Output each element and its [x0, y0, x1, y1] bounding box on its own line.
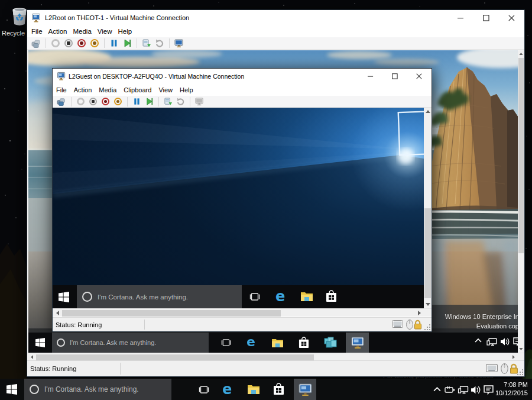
scrollbar-thumb[interactable]	[518, 58, 524, 253]
l2guest-screen[interactable]: I'm Cortana. Ask me anything. e	[53, 108, 424, 308]
pause-icon[interactable]	[132, 97, 141, 106]
turn-off-icon[interactable]	[64, 38, 73, 48]
inner-horizontal-scrollbar[interactable]	[53, 308, 432, 317]
tray-power-icon[interactable]	[445, 386, 455, 393]
scroll-up-arrow[interactable]	[518, 50, 524, 57]
toolbar-separator	[137, 38, 137, 48]
resize-grip[interactable]	[516, 368, 524, 376]
edge-icon[interactable]: e	[222, 382, 235, 396]
start-button[interactable]	[35, 338, 45, 347]
inner-minimize-button[interactable]	[358, 69, 382, 84]
inner-menu-help[interactable]: Help	[180, 86, 193, 93]
vm-connect-taskbar-button[interactable]	[294, 379, 316, 400]
tray-action-center-icon[interactable]	[484, 385, 494, 395]
inner-close-button[interactable]	[407, 69, 432, 84]
task-view-icon[interactable]	[199, 385, 209, 395]
toolbar-separator	[127, 97, 128, 107]
tray-action-center-icon[interactable]	[513, 337, 518, 346]
resize-grip[interactable]	[423, 323, 431, 331]
outer-menu-file[interactable]: File	[31, 28, 43, 35]
start-button[interactable]	[7, 384, 17, 395]
outer-horizontal-scrollbar[interactable]	[27, 353, 524, 360]
outer-menu-action[interactable]: Action	[48, 28, 67, 35]
save-icon[interactable]	[113, 97, 122, 106]
cortana-search-box[interactable]: I'm Cortana. Ask me anything.	[77, 285, 242, 308]
save-icon[interactable]	[90, 38, 99, 48]
enhanced-session-icon[interactable]	[195, 97, 204, 106]
hyper-v-manager-icon[interactable]	[324, 337, 337, 349]
store-icon[interactable]	[299, 337, 309, 349]
cortana-search-box[interactable]: I'm Cortana. Ask me anything.	[52, 333, 209, 353]
taskbar-clock[interactable]: 7:08 PM 10/12/2015	[495, 380, 528, 397]
revert-icon[interactable]	[155, 38, 164, 48]
enhanced-session-icon[interactable]	[174, 38, 184, 48]
inner-menu-action[interactable]: Action	[74, 86, 92, 93]
file-explorer-icon[interactable]	[272, 338, 283, 347]
scrollbar-thumb[interactable]	[36, 354, 314, 360]
shut-down-icon[interactable]	[101, 97, 110, 106]
outer-menu-view[interactable]: View	[98, 28, 112, 35]
tray-network-icon[interactable]	[486, 337, 497, 347]
file-explorer-icon[interactable]	[248, 384, 259, 394]
toolbar-separator	[46, 38, 46, 48]
file-explorer-icon[interactable]	[301, 291, 313, 301]
statusbar-divider	[120, 363, 121, 375]
scroll-left-arrow[interactable]	[54, 309, 61, 317]
ctrl-alt-del-icon[interactable]	[57, 97, 66, 107]
checkpoint-icon[interactable]	[142, 38, 151, 48]
tray-chevron-up-icon[interactable]	[433, 386, 441, 393]
scroll-down-arrow[interactable]	[518, 346, 524, 353]
revert-icon[interactable]	[176, 97, 185, 106]
l2root-guest-screen[interactable]: Windows 10 Enterprise In Evaluation cop	[28, 50, 518, 353]
start-icon[interactable]	[76, 97, 85, 106]
outer-vm-toolbar	[27, 37, 524, 50]
tray-volume-icon[interactable]	[500, 337, 510, 346]
scrollbar-thumb[interactable]	[62, 310, 281, 317]
tray-chevron-up-icon[interactable]	[475, 337, 482, 344]
scroll-up-arrow[interactable]	[424, 108, 432, 115]
edge-icon[interactable]: e	[275, 289, 288, 304]
scroll-left-arrow[interactable]	[28, 353, 35, 360]
tray-network-icon[interactable]	[458, 385, 469, 395]
pause-icon[interactable]	[109, 38, 119, 48]
store-icon[interactable]	[326, 290, 337, 303]
inner-vm-status: Status: Running	[56, 321, 102, 328]
resume-icon[interactable]	[145, 97, 154, 106]
tray-volume-icon[interactable]	[471, 385, 481, 395]
inner-vertical-scrollbar[interactable]	[424, 108, 432, 308]
start-icon[interactable]	[51, 38, 60, 48]
scroll-right-arrow[interactable]	[510, 353, 517, 360]
scrollbar-thumb[interactable]	[424, 208, 431, 298]
cortana-search-box[interactable]: I'm Cortana. Ask me anything.	[24, 379, 171, 400]
outer-menu-help[interactable]: Help	[118, 28, 132, 35]
scroll-down-arrow[interactable]	[424, 301, 432, 308]
outer-minimize-button[interactable]	[447, 10, 473, 25]
inner-menu-file[interactable]: File	[56, 86, 67, 93]
inner-menu-media[interactable]: Media	[99, 86, 116, 93]
turn-off-icon[interactable]	[89, 97, 98, 106]
start-button[interactable]	[59, 292, 69, 302]
vm-connect-taskbar-button[interactable]	[346, 333, 369, 353]
icon-shape	[51, 39, 60, 47]
outer-close-button[interactable]	[499, 10, 524, 25]
inner-vm-titlebar[interactable]: L2Guest on DESKTOP-A2FUQ4O - Virtual Mac…	[53, 69, 432, 84]
shut-down-icon[interactable]	[77, 38, 86, 48]
inner-menu-view[interactable]: View	[158, 86, 173, 93]
outer-maximize-button[interactable]	[473, 10, 499, 25]
inner-menu-clipboard[interactable]: Clipboard	[124, 86, 151, 93]
l2guest-taskbar: I'm Cortana. Ask me anything. e	[53, 285, 424, 308]
ctrl-alt-del-icon[interactable]	[31, 38, 41, 48]
outer-vertical-scrollbar[interactable]	[518, 50, 524, 353]
inner-maximize-button[interactable]	[382, 69, 407, 84]
edge-icon[interactable]: e	[246, 336, 259, 349]
lock-icon	[414, 320, 423, 330]
task-view-icon[interactable]	[221, 338, 231, 347]
scroll-right-arrow[interactable]	[416, 309, 423, 317]
checkpoint-icon[interactable]	[164, 97, 173, 106]
icon-shape	[93, 41, 96, 45]
resume-icon[interactable]	[122, 38, 132, 48]
outer-menu-media[interactable]: Media	[73, 28, 92, 35]
task-view-icon[interactable]	[249, 292, 260, 302]
outer-vm-titlebar[interactable]: L2Root on THEOT-1 - Virtual Machine Conn…	[27, 10, 524, 25]
store-icon[interactable]	[273, 383, 284, 396]
